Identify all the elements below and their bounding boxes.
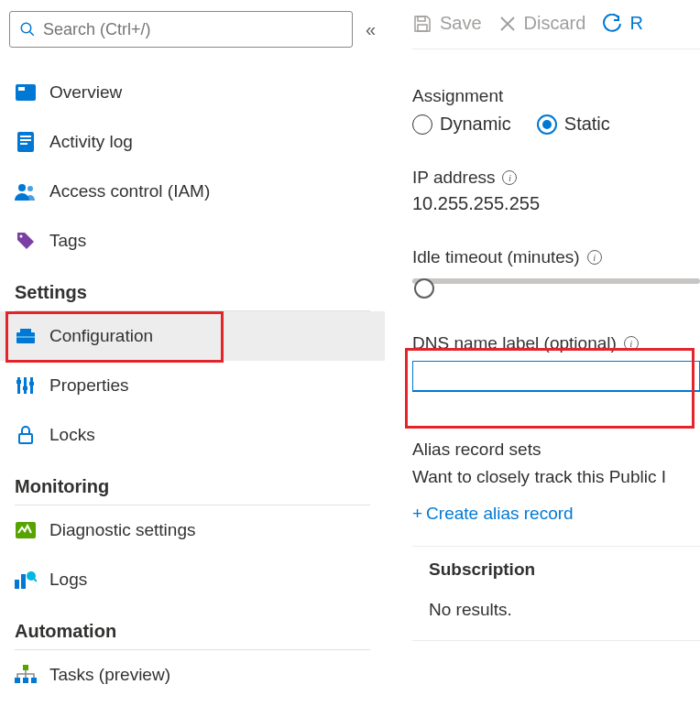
radio-icon xyxy=(412,114,432,135)
svg-rect-20 xyxy=(19,434,32,443)
sidebar-item-label: Overview xyxy=(49,82,122,103)
tags-icon xyxy=(15,230,37,252)
radio-label: Dynamic xyxy=(440,114,511,135)
assignment-label: Assignment xyxy=(412,86,700,106)
save-button[interactable]: Save xyxy=(412,13,482,34)
sidebar-item-label: Properties xyxy=(49,375,129,396)
assignment-static-radio[interactable]: Static xyxy=(537,114,610,135)
svg-rect-27 xyxy=(23,678,28,683)
info-icon[interactable]: i xyxy=(502,170,517,185)
idle-timeout-label: Idle timeout (minutes) xyxy=(412,247,580,267)
diagnostic-icon xyxy=(15,519,37,541)
svg-rect-2 xyxy=(16,84,36,101)
sidebar-item-label: Activity log xyxy=(49,132,133,152)
svg-rect-30 xyxy=(418,25,427,31)
alias-record-heading: Alias record sets xyxy=(412,440,700,460)
info-icon[interactable]: i xyxy=(587,250,602,265)
radio-icon xyxy=(537,114,557,135)
lock-icon xyxy=(15,424,37,446)
sidebar-item-properties[interactable]: Properties xyxy=(0,361,385,410)
close-icon xyxy=(498,15,517,33)
tasks-icon xyxy=(15,664,37,686)
sidebar-item-tasks[interactable]: Tasks (preview) xyxy=(0,650,385,700)
svg-rect-25 xyxy=(23,665,28,670)
svg-rect-6 xyxy=(20,139,31,141)
sidebar-item-tags[interactable]: Tags xyxy=(0,216,385,266)
toolbar-label: R xyxy=(629,13,642,34)
info-icon[interactable]: i xyxy=(624,336,639,351)
monitoring-header: Monitoring xyxy=(0,460,385,497)
idle-timeout-slider[interactable] xyxy=(412,278,700,300)
svg-point-10 xyxy=(20,235,23,238)
subscription-label: Subscription xyxy=(429,560,700,580)
overview-icon xyxy=(15,81,37,103)
ip-address-label: IP address xyxy=(412,168,495,188)
sidebar-item-label: Diagnostic settings xyxy=(49,520,195,540)
sidebar-item-label: Tags xyxy=(49,231,86,251)
ip-address-value: 10.255.255.255 xyxy=(412,193,700,214)
svg-rect-28 xyxy=(31,678,37,683)
sidebar-item-label: Locks xyxy=(49,425,95,445)
logs-icon xyxy=(15,569,37,591)
assignment-dynamic-radio[interactable]: Dynamic xyxy=(412,114,511,135)
alias-record-text: Want to closely track this Public I xyxy=(412,467,700,487)
svg-line-1 xyxy=(29,31,34,36)
svg-point-9 xyxy=(27,186,33,191)
svg-rect-22 xyxy=(15,580,19,589)
dns-name-input[interactable] xyxy=(412,361,700,392)
svg-rect-18 xyxy=(23,386,27,390)
svg-rect-23 xyxy=(21,574,26,589)
automation-header: Automation xyxy=(0,604,385,642)
svg-rect-12 xyxy=(20,329,31,332)
svg-rect-15 xyxy=(24,377,27,394)
svg-rect-19 xyxy=(29,382,34,386)
sidebar-item-overview[interactable]: Overview xyxy=(0,68,385,117)
create-alias-link[interactable]: + Create alias record xyxy=(412,504,700,524)
svg-point-8 xyxy=(18,184,26,191)
sidebar-item-diagnostic-settings[interactable]: Diagnostic settings xyxy=(0,505,385,555)
sidebar-item-logs[interactable]: Logs xyxy=(0,555,385,604)
svg-rect-4 xyxy=(17,132,34,152)
refresh-button[interactable]: R xyxy=(602,13,642,34)
slider-thumb[interactable] xyxy=(414,278,434,299)
svg-rect-14 xyxy=(17,377,20,394)
sidebar-item-locks[interactable]: Locks xyxy=(0,410,385,460)
svg-rect-3 xyxy=(18,87,25,91)
collapse-sidebar-button[interactable]: « xyxy=(366,19,376,40)
access-control-icon xyxy=(15,180,37,202)
link-label: Create alias record xyxy=(426,504,574,524)
svg-rect-5 xyxy=(20,136,31,137)
svg-rect-29 xyxy=(418,16,425,21)
sidebar-item-configuration[interactable]: Configuration xyxy=(0,311,385,361)
configuration-icon xyxy=(15,325,37,347)
svg-rect-13 xyxy=(16,336,35,338)
subscription-empty: No results. xyxy=(429,600,700,620)
search-input[interactable] xyxy=(43,20,343,39)
sidebar-item-label: Tasks (preview) xyxy=(49,665,170,685)
settings-header: Settings xyxy=(0,266,385,303)
toolbar-label: Discard xyxy=(524,13,586,34)
sidebar-item-access-control[interactable]: Access control (IAM) xyxy=(0,167,385,216)
radio-label: Static xyxy=(564,114,610,135)
search-box[interactable] xyxy=(9,11,353,48)
dns-name-label: DNS name label (optional) xyxy=(412,333,617,353)
refresh-icon xyxy=(602,14,622,34)
svg-rect-7 xyxy=(20,143,27,145)
properties-icon xyxy=(15,375,37,397)
svg-rect-26 xyxy=(15,678,20,683)
sidebar-item-activity-log[interactable]: Activity log xyxy=(0,117,385,167)
save-icon xyxy=(412,14,432,34)
svg-point-0 xyxy=(21,23,31,33)
toolbar-label: Save xyxy=(440,13,482,34)
plus-icon: + xyxy=(412,504,422,524)
search-icon xyxy=(19,21,36,38)
sidebar-item-label: Logs xyxy=(49,570,87,590)
sidebar-item-label: Access control (IAM) xyxy=(49,181,210,201)
activity-log-icon xyxy=(15,131,37,153)
sidebar-item-label: Configuration xyxy=(49,326,153,346)
discard-button[interactable]: Discard xyxy=(498,13,586,34)
divider xyxy=(412,640,700,641)
svg-rect-17 xyxy=(16,380,21,384)
